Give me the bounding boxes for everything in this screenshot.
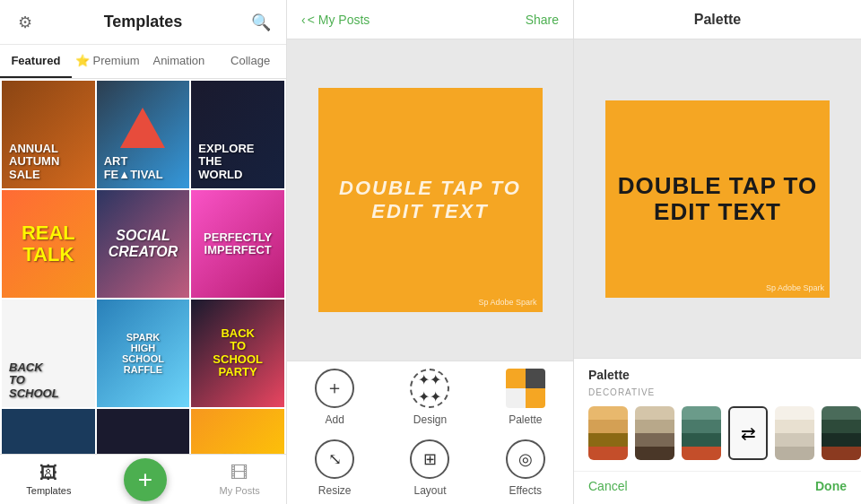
shuffle-swatch[interactable]: ⇄ — [728, 406, 768, 460]
tabs-row: Featured ⭐Premium Animation Collage — [0, 45, 286, 79]
right-canvas-area: DOUBLE TAP TO EDIT TEXT Sp Adobe Spark — [574, 39, 861, 358]
palette-actions: Cancel Done — [574, 471, 861, 504]
add-button[interactable]: + — [124, 458, 167, 501]
list-item[interactable]: REALTALK — [2, 190, 95, 298]
tool-resize[interactable]: ⤡ Resize — [287, 433, 382, 505]
list-item[interactable]: SPARKSCHOOL — [191, 409, 284, 454]
list-item[interactable]: SocialCreator — [97, 190, 190, 298]
back-button[interactable]: ‹ < My Posts — [301, 13, 370, 27]
cancel-button[interactable]: Cancel — [588, 479, 628, 493]
share-button[interactable]: Share — [526, 13, 559, 27]
decorative-label: DECORATIVE — [574, 387, 861, 403]
list-item[interactable]: ARTFE▲TIVAL — [97, 81, 190, 188]
list-item[interactable]: PERFECTLYIMPERFECT — [191, 190, 284, 298]
list-item[interactable]: BacktoSchool — [2, 300, 95, 407]
tool-effects[interactable]: ◎ Effects — [478, 433, 573, 505]
canvas[interactable]: DOUBLE TAP TO EDIT TEXT Sp Adobe Spark — [318, 88, 543, 312]
tab-animation[interactable]: Animation — [144, 45, 215, 78]
left-panel: ⚙ Templates 🔍 Featured ⭐Premium Animatio… — [0, 0, 287, 504]
bottom-bar: 🖼 Templates + 🎞 My Posts — [0, 454, 286, 504]
palette-swatch[interactable] — [822, 406, 861, 460]
right-canvas[interactable]: DOUBLE TAP TO EDIT TEXT Sp Adobe Spark — [605, 100, 830, 298]
list-item[interactable]: SPARKHIGH SCHOOLRAFFLE — [97, 300, 190, 407]
tab-featured[interactable]: Featured — [0, 45, 72, 78]
tool-add[interactable]: ＋ Add — [287, 361, 382, 433]
palette-swatch[interactable] — [588, 406, 628, 460]
list-item[interactable]: BACK TOSCHOOLPARTY — [191, 300, 284, 407]
tool-palette[interactable]: Palette — [478, 361, 573, 433]
left-header: ⚙ Templates 🔍 — [0, 0, 286, 45]
list-item[interactable] — [2, 409, 95, 454]
list-item[interactable]: NEXT — [97, 409, 190, 454]
tab-premium[interactable]: ⭐Premium — [72, 45, 144, 78]
right-panel: Palette DOUBLE TAP TO EDIT TEXT Sp Adobe… — [574, 0, 861, 504]
palette-icon — [506, 369, 545, 408]
effects-icon: ◎ — [506, 439, 545, 479]
right-adobe-spark-badge: Sp Adobe Spark — [766, 283, 824, 292]
myposts-icon: 🎞 — [230, 463, 248, 483]
list-item[interactable]: ANNUALAUTUMNSALE — [2, 81, 95, 188]
bottom-tab-myposts[interactable]: 🎞 My Posts — [219, 463, 259, 496]
palette-swatch[interactable] — [682, 406, 721, 460]
right-canvas-text: DOUBLE TAP TO EDIT TEXT — [618, 173, 817, 224]
shuffle-icon: ⇄ — [741, 422, 756, 444]
palette-panel-title: Palette — [574, 359, 861, 387]
layout-icon: ⊞ — [410, 439, 449, 479]
templates-icon: 🖼 — [39, 463, 57, 483]
page-title: Templates — [36, 13, 250, 31]
chevron-left-icon: ‹ — [301, 13, 306, 27]
done-button[interactable]: Done — [815, 479, 847, 493]
tool-design[interactable]: ✦✦✦✦ Design — [382, 361, 477, 433]
canvas-area: DOUBLE TAP TO EDIT TEXT Sp Adobe Spark — [287, 39, 573, 361]
palette-swatch[interactable] — [775, 406, 814, 460]
right-header: Palette — [574, 0, 861, 39]
tab-collage[interactable]: Collage — [214, 45, 286, 78]
middle-panel: ‹ < My Posts Share DOUBLE TAP TO EDIT TE… — [287, 0, 574, 504]
tool-layout[interactable]: ⊞ Layout — [382, 433, 477, 505]
resize-icon: ⤡ — [315, 439, 354, 479]
list-item[interactable]: EXPLORETHEWORLD — [191, 81, 284, 188]
canvas-text: DOUBLE TAP TO EDIT TEXT — [339, 177, 521, 224]
right-panel-title: Palette — [694, 12, 741, 28]
template-grid: ANNUALAUTUMNSALE ARTFE▲TIVAL EXPLORETHEW… — [0, 79, 286, 454]
palette-row: ⇄ — [574, 403, 861, 471]
bottom-tab-templates[interactable]: 🖼 Templates — [26, 463, 71, 496]
design-icon: ✦✦✦✦ — [410, 369, 449, 408]
add-icon: ＋ — [315, 369, 354, 408]
premium-icon: ⭐ — [75, 54, 90, 67]
palette-swatch[interactable] — [635, 406, 674, 460]
search-icon[interactable]: 🔍 — [250, 12, 272, 33]
gear-icon[interactable]: ⚙ — [14, 12, 36, 33]
triangle-shape — [120, 108, 165, 148]
adobe-spark-badge: Sp Adobe Spark — [478, 298, 536, 307]
tools-area: ＋ Add ✦✦✦✦ Design Palette ⤡ Resize ⊞ Lay… — [287, 361, 573, 504]
palette-panel: Palette DECORATIVE — [574, 358, 861, 504]
middle-header: ‹ < My Posts Share — [287, 0, 573, 39]
